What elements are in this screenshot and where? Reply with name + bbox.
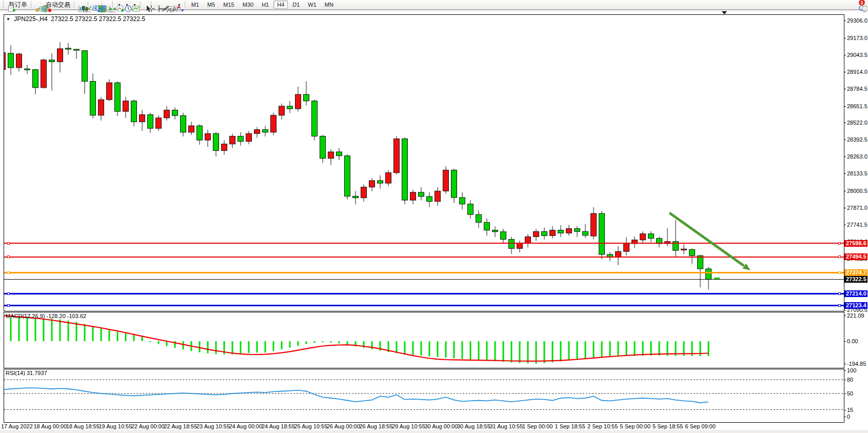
macd-label: MACD(12,26,9) -128.20 -103.62 <box>6 313 86 319</box>
autotrade-button[interactable]: 自动交易 <box>43 1 71 9</box>
chart-caret-icon[interactable]: ▼ <box>6 17 10 22</box>
axis-tick <box>844 393 846 394</box>
trendline-button[interactable] <box>160 1 162 9</box>
candle-chart-button[interactable] <box>80 1 82 9</box>
price-axis-label: 27871.0 <box>847 205 867 211</box>
crosshair-button[interactable] <box>146 1 148 9</box>
publish-button[interactable] <box>37 1 39 9</box>
rsi-axis-label: 0 <box>847 414 850 420</box>
axis-tick <box>844 316 846 316</box>
axis-tick <box>844 417 846 417</box>
text-button[interactable]: A <box>169 1 171 9</box>
price-axis-label: 28000.5 <box>847 188 867 194</box>
line-handle[interactable] <box>838 255 841 258</box>
notification-badge: 1 <box>858 0 865 6</box>
horizontal-line-button[interactable] <box>157 1 159 9</box>
axis-tick <box>844 106 846 107</box>
line-handle[interactable] <box>838 304 841 307</box>
signals-button[interactable] <box>40 1 42 9</box>
toolbar-separator <box>31 1 31 8</box>
price-tag-27123.4: 27123.4 <box>844 302 867 309</box>
price-axis-label: 28784.5 <box>847 86 867 92</box>
tile-windows-button[interactable] <box>97 1 99 9</box>
price-axis-label: 28651.5 <box>847 103 867 109</box>
rsi-axis-label: 100 <box>847 367 856 373</box>
bar-chart-button[interactable] <box>77 1 79 9</box>
horizontal-line-27374.7[interactable] <box>4 272 844 273</box>
indicators-button[interactable]: ▼ <box>115 1 122 9</box>
line-handle[interactable] <box>7 271 10 274</box>
timeframe-h4[interactable]: H4 <box>273 1 288 9</box>
timeframe-toolbar: M1M5M15M30H1H4D1W1MN <box>187 1 338 9</box>
macd-axis-label: -194.85 <box>847 361 866 367</box>
toolbar-separator <box>74 1 74 8</box>
chart-shift-marker-icon[interactable] <box>722 11 727 14</box>
time-axis-label: 5 Sep 18:55 <box>653 423 683 429</box>
timeframe-d1[interactable]: D1 <box>289 1 303 9</box>
line-handle[interactable] <box>838 242 841 245</box>
axis-tick <box>844 89 846 89</box>
candlestick-chart[interactable] <box>4 14 844 310</box>
price-axis-label: 28263.0 <box>847 153 867 160</box>
price-tag-27214.0: 27214.0 <box>844 290 867 297</box>
time-axis-label: 25 Aug 10:55 <box>294 423 328 429</box>
line-handle[interactable] <box>7 255 10 258</box>
price-axis-label: 28914.0 <box>847 69 867 75</box>
price-axis-label: 27741.5 <box>847 222 867 228</box>
macd-axis-label: 221.09 <box>847 312 864 319</box>
chart-shift-button[interactable] <box>108 1 110 9</box>
time-axis-label: 26 Aug 18:55 <box>360 423 393 429</box>
timeframe-h1[interactable]: H1 <box>258 1 272 9</box>
timeframe-m5[interactable]: M5 <box>204 1 219 9</box>
line-handle[interactable] <box>7 242 10 245</box>
time-axis-label: 24 Aug 00:00 <box>229 423 263 429</box>
line-handle[interactable] <box>838 271 841 274</box>
timeframe-m15[interactable]: M15 <box>220 1 238 9</box>
timeframe-mn[interactable]: MN <box>321 1 337 9</box>
line-handle[interactable] <box>7 292 10 295</box>
rsi-chart[interactable] <box>4 369 844 422</box>
macd-chart[interactable] <box>4 312 844 367</box>
timeframe-m30[interactable]: M30 <box>239 1 257 9</box>
horizontal-line-27214.0[interactable] <box>4 293 844 294</box>
rsi-label: RSI(14) 31.7937 <box>6 370 47 376</box>
zoom-in-button[interactable] <box>91 1 93 9</box>
auto-scroll-button[interactable] <box>105 1 107 9</box>
horizontal-line-27322.5[interactable] <box>4 279 844 280</box>
axis-tick <box>844 380 846 380</box>
templates-button[interactable]: ▼ <box>131 1 137 9</box>
price-axis-label: 29306.0 <box>847 17 867 24</box>
time-axis-label: 30 Aug 00:00 <box>425 423 458 429</box>
horizontal-line-27123.4[interactable] <box>4 305 844 306</box>
horizontal-line-27494.5[interactable] <box>4 257 844 258</box>
channel-button[interactable]: E <box>163 1 165 9</box>
axis-tick <box>844 191 846 191</box>
zoom-out-button[interactable] <box>94 1 96 9</box>
macd-axis-label: 0.00 <box>847 338 858 344</box>
timeframe-w1[interactable]: W1 <box>304 1 320 9</box>
crayon-button[interactable] <box>34 1 36 9</box>
time-axis-label: 1 Sep 00:00 <box>522 423 553 429</box>
axis-tick <box>844 364 846 364</box>
new-order-button[interactable]: 新订单 <box>6 1 28 9</box>
price-axis-label: 28392.5 <box>847 136 867 143</box>
price-tag-27322.5: 27322.5 <box>844 276 867 283</box>
vertical-line-button[interactable] <box>154 1 156 9</box>
toolbar-items: 新订单自动交易▼▼▼EFAT▼ <box>6 1 187 9</box>
rsi-axis-label: 50 <box>847 390 853 397</box>
text-label-button[interactable]: T <box>172 1 174 9</box>
cursor-button[interactable] <box>143 1 145 9</box>
time-axis-label: 22 Aug 00:00 <box>131 423 165 429</box>
chart-symbol-period: JPN225-,H4 <box>14 15 47 23</box>
chat-button[interactable]: 1 <box>860 1 862 9</box>
periods-button[interactable]: ▼ <box>123 1 130 9</box>
time-axis-label: 18 Aug 00:00 <box>34 423 67 429</box>
arrows-button[interactable]: ▼ <box>175 1 182 9</box>
line-handle[interactable] <box>7 304 10 307</box>
timeframe-m1[interactable]: M1 <box>188 1 203 9</box>
line-handle[interactable] <box>838 292 841 295</box>
fibonacci-button[interactable]: F <box>166 1 168 9</box>
line-chart-button[interactable] <box>83 1 85 9</box>
horizontal-line-27598.6[interactable] <box>4 243 844 244</box>
price-axis-label: 29173.0 <box>847 35 867 41</box>
